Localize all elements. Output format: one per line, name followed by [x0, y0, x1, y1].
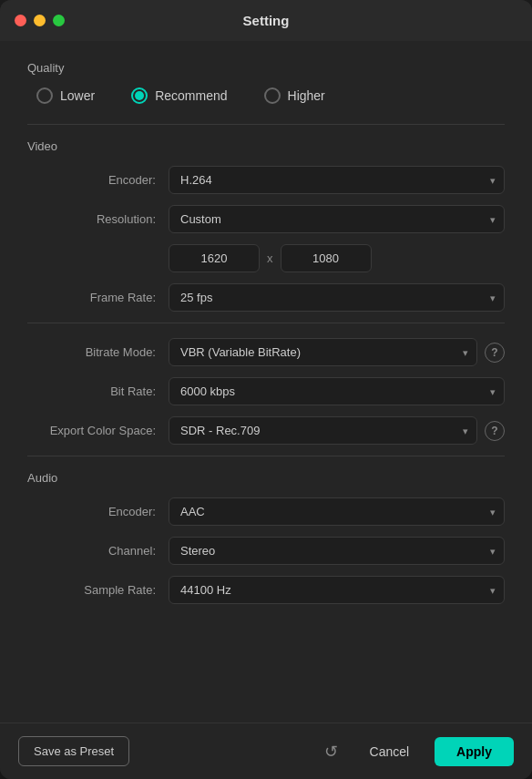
resolution-label: Resolution:: [27, 212, 169, 226]
quality-higher-radio[interactable]: [264, 87, 281, 104]
audio-section: Encoder: AAC MP3 WAV ▾ Channel: Stereo M: [27, 497, 505, 604]
apply-button[interactable]: Apply: [435, 737, 514, 766]
resolution-row: Resolution: Custom 1920x1080 1280x720 38…: [27, 205, 505, 233]
window-title: Setting: [243, 13, 290, 28]
quality-lower-label: Lower: [60, 88, 95, 103]
quality-label: Quality: [27, 61, 505, 75]
encoder-label: Encoder:: [27, 173, 169, 187]
bitrate-select-wrapper: 6000 kbps 8000 kbps 10000 kbps 4000 kbps…: [169, 377, 505, 405]
quality-recommend-option[interactable]: Recommend: [131, 87, 227, 104]
encoder-select[interactable]: H.264 H.265 ProRes: [169, 166, 505, 194]
encoder-select-wrapper: H.264 H.265 ProRes ▾: [169, 166, 505, 194]
bitratemode-select-wrapper: VBR (Variable BitRate) CBR (Constant Bit…: [169, 338, 477, 366]
quality-lower-option[interactable]: Lower: [36, 87, 95, 104]
video-label: Video: [27, 139, 505, 153]
audio-label: Audio: [27, 471, 505, 485]
divider-video-mid: [27, 323, 505, 323]
samplerate-row: Sample Rate: 44100 Hz 48000 Hz 22050 Hz …: [27, 576, 505, 604]
resolution-select[interactable]: Custom 1920x1080 1280x720 3840x2160: [169, 205, 505, 233]
samplerate-select[interactable]: 44100 Hz 48000 Hz 22050 Hz: [169, 576, 505, 604]
samplerate-select-wrapper: 44100 Hz 48000 Hz 22050 Hz ▾: [169, 576, 505, 604]
resolution-height-input[interactable]: [281, 244, 372, 272]
colorspace-select[interactable]: SDR - Rec.709 HDR - Rec.2020: [169, 416, 477, 445]
quality-recommend-label: Recommend: [155, 88, 227, 103]
close-button[interactable]: [15, 15, 26, 26]
reset-icon[interactable]: ↺: [319, 739, 344, 764]
samplerate-label: Sample Rate:: [27, 583, 169, 597]
resolution-x-separator: x: [267, 251, 273, 265]
audio-encoder-select-wrapper: AAC MP3 WAV ▾: [169, 497, 505, 526]
save-preset-button[interactable]: Save as Preset: [18, 736, 129, 766]
colorspace-row: Export Color Space: SDR - Rec.709 HDR - …: [27, 416, 505, 445]
resolution-inputs-row: x: [27, 244, 505, 272]
bitratemode-row: Bitrate Mode: VBR (Variable BitRate) CBR…: [27, 338, 505, 366]
bitratemode-help-icon[interactable]: ?: [485, 343, 505, 363]
audio-encoder-label: Encoder:: [27, 505, 169, 518]
traffic-lights: [15, 15, 65, 26]
bottom-right-controls: ↺ Cancel Apply: [319, 737, 514, 766]
resolution-select-wrapper: Custom 1920x1080 1280x720 3840x2160 ▾: [169, 205, 505, 233]
divider-quality-video: [27, 124, 505, 125]
channel-label: Channel:: [27, 544, 169, 558]
quality-higher-option[interactable]: Higher: [264, 87, 325, 104]
encoder-row: Encoder: H.264 H.265 ProRes ▾: [27, 166, 505, 194]
colorspace-select-wrapper: SDR - Rec.709 HDR - Rec.2020 ▾: [169, 416, 477, 445]
colorspace-label: Export Color Space:: [27, 424, 169, 437]
channel-select-wrapper: Stereo Mono 5.1 Surround ▾: [169, 537, 505, 565]
minimize-button[interactable]: [34, 15, 46, 26]
audio-encoder-select[interactable]: AAC MP3 WAV: [169, 497, 505, 526]
video-section: Encoder: H.264 H.265 ProRes ▾ Resolution…: [27, 166, 505, 445]
colorspace-help-icon[interactable]: ?: [485, 421, 505, 441]
bitrate-label: Bit Rate:: [27, 384, 169, 398]
maximize-button[interactable]: [53, 15, 65, 26]
resolution-inputs: x: [169, 244, 505, 272]
title-bar: Setting: [0, 0, 532, 41]
framerate-select-wrapper: 25 fps 30 fps 60 fps 24 fps ▾: [169, 283, 505, 312]
resolution-width-input[interactable]: [169, 244, 260, 272]
channel-row: Channel: Stereo Mono 5.1 Surround ▾: [27, 537, 505, 565]
content-area: Quality Lower Recommend Higher Video Enc…: [0, 41, 532, 723]
settings-window: Setting Quality Lower Recommend Higher V…: [0, 0, 532, 779]
channel-select[interactable]: Stereo Mono 5.1 Surround: [169, 537, 505, 565]
quality-higher-label: Higher: [288, 88, 325, 103]
bitratemode-select[interactable]: VBR (Variable BitRate) CBR (Constant Bit…: [169, 338, 477, 366]
quality-recommend-radio[interactable]: [131, 87, 148, 104]
framerate-select[interactable]: 25 fps 30 fps 60 fps 24 fps: [169, 283, 505, 312]
framerate-row: Frame Rate: 25 fps 30 fps 60 fps 24 fps …: [27, 283, 505, 312]
audio-encoder-row: Encoder: AAC MP3 WAV ▾: [27, 497, 505, 526]
bottom-bar: Save as Preset ↺ Cancel Apply: [0, 723, 532, 779]
divider-video-audio: [27, 456, 505, 456]
quality-options: Lower Recommend Higher: [27, 87, 505, 104]
bitrate-row: Bit Rate: 6000 kbps 8000 kbps 10000 kbps…: [27, 377, 505, 405]
framerate-label: Frame Rate:: [27, 291, 169, 304]
bitrate-select[interactable]: 6000 kbps 8000 kbps 10000 kbps 4000 kbps: [169, 377, 505, 405]
quality-lower-radio[interactable]: [36, 87, 53, 104]
bitratemode-label: Bitrate Mode:: [27, 345, 169, 359]
cancel-button[interactable]: Cancel: [355, 737, 425, 766]
